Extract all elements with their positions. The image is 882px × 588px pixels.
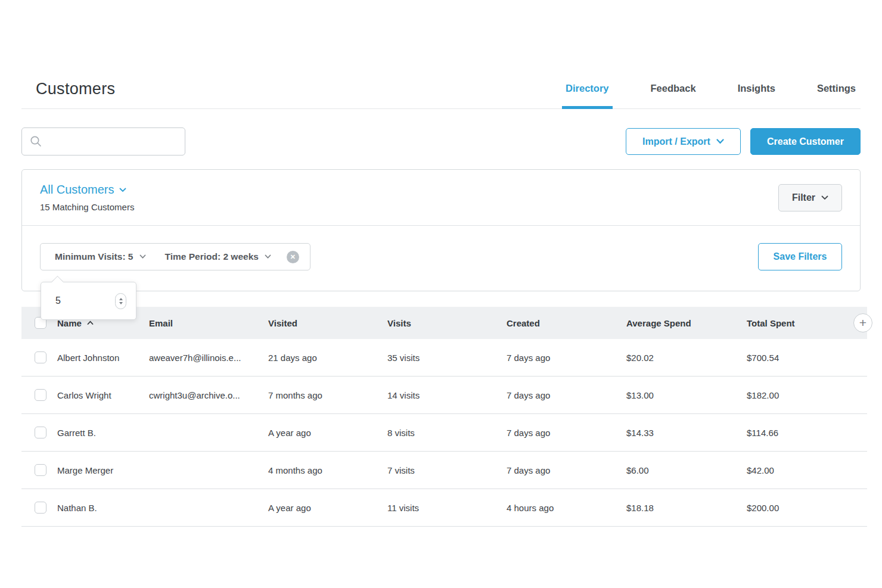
column-header-visits[interactable]: Visits (387, 318, 507, 328)
add-column-icon[interactable]: + (853, 313, 872, 332)
import-export-label: Import / Export (642, 136, 710, 147)
cell-visited: 21 days ago (268, 353, 387, 363)
cell-visited: A year ago (268, 503, 387, 513)
min-visits-filter-label: Minimum Visits: 5 (55, 251, 133, 262)
cell-total-spent: $182.00 (747, 390, 867, 400)
cell-visits: 7 visits (387, 465, 507, 475)
chevron-down-icon (139, 254, 146, 259)
filter-panel: All Customers 15 Matching Customers Filt… (21, 169, 861, 291)
toolbar: Import / Export Create Customer (21, 127, 861, 155)
table-row[interactable]: Nathan B. A year ago 11 visits 4 hours a… (21, 489, 867, 527)
cell-total-spent: $114.66 (747, 428, 867, 438)
chevron-down-icon (265, 254, 271, 259)
search-icon (29, 135, 43, 148)
cell-created: 4 hours ago (507, 503, 626, 513)
cell-email: aweaver7h@illinois.e... (149, 353, 268, 363)
cell-total-spent: $42.00 (747, 465, 867, 475)
row-checkbox[interactable] (35, 389, 46, 401)
clear-filter-icon[interactable]: ✕ (287, 251, 299, 263)
min-visits-filter-chip[interactable]: Minimum Visits: 5 (55, 251, 146, 262)
cell-name: Marge Merger (57, 465, 149, 475)
cell-name: Carlos Wright (57, 390, 149, 400)
cell-visits: 14 visits (387, 390, 507, 400)
segment-block: All Customers 15 Matching Customers (40, 183, 134, 212)
customers-table: + Name Email Visited Visits Created Aver… (21, 307, 867, 527)
table-header-row: Name Email Visited Visits Created Averag… (21, 307, 867, 339)
filter-button-label: Filter (792, 192, 815, 203)
cell-name: Albert Johnston (57, 353, 149, 363)
save-filters-button[interactable]: Save Filters (758, 243, 842, 270)
cell-visits: 11 visits (387, 503, 507, 513)
row-checkbox[interactable] (35, 464, 46, 476)
table-row[interactable]: Marge Merger 4 months ago 7 visits 7 day… (21, 452, 867, 489)
cell-created: 7 days ago (507, 465, 626, 475)
import-export-button[interactable]: Import / Export (626, 128, 741, 155)
chevron-down-icon (821, 195, 828, 200)
cell-visited: A year ago (268, 428, 387, 438)
column-header-total-spent[interactable]: Total Spent (747, 318, 867, 328)
cell-name: Garrett B. (57, 428, 149, 438)
table-row[interactable]: Garrett B. A year ago 8 visits 7 days ag… (21, 414, 867, 452)
row-checkbox[interactable] (35, 351, 46, 363)
row-checkbox[interactable] (35, 427, 46, 438)
cell-visited: 7 months ago (268, 390, 387, 400)
search-field[interactable] (49, 136, 178, 147)
page-header: Customers Directory Feedback Insights Se… (21, 0, 861, 109)
segment-selector[interactable]: All Customers (40, 183, 126, 197)
create-customer-button[interactable]: Create Customer (750, 128, 861, 155)
search-input[interactable] (21, 127, 185, 155)
cell-total-spent: $700.54 (747, 353, 867, 363)
column-header-email[interactable]: Email (149, 318, 268, 328)
tab-insights[interactable]: Insights (734, 83, 779, 109)
cell-total-spent: $200.00 (747, 503, 867, 513)
create-customer-label: Create Customer (767, 136, 844, 147)
tab-feedback[interactable]: Feedback (647, 83, 700, 109)
chevron-down-icon (716, 139, 724, 144)
cell-average-spend: $20.02 (626, 353, 747, 363)
min-visits-value[interactable]: 5 (55, 295, 61, 306)
time-period-filter-label: Time Period: 2 weeks (165, 251, 259, 262)
cell-average-spend: $6.00 (626, 465, 747, 475)
cell-average-spend: $18.18 (626, 503, 747, 513)
chevron-down-icon (119, 188, 126, 192)
matching-count: 15 Matching Customers (40, 202, 134, 212)
page-title: Customers (36, 80, 115, 98)
stepper-up-icon[interactable] (119, 298, 123, 300)
customers-page: Customers Directory Feedback Insights Se… (0, 0, 882, 588)
table-row[interactable]: Albert Johnston aweaver7h@illinois.e... … (21, 339, 867, 377)
min-visits-popover: 5 (41, 282, 136, 320)
cell-created: 7 days ago (507, 353, 626, 363)
tab-directory[interactable]: Directory (562, 83, 612, 109)
table-row[interactable]: Carlos Wright cwright3u@archive.o... 7 m… (21, 377, 867, 414)
tab-bar: Directory Feedback Insights Settings (562, 83, 859, 109)
filter-button[interactable]: Filter (778, 184, 842, 211)
column-header-average-spend[interactable]: Average Spend (626, 318, 747, 328)
stepper-down-icon[interactable] (119, 302, 123, 304)
tab-settings[interactable]: Settings (813, 83, 859, 109)
cell-created: 7 days ago (507, 390, 626, 400)
cell-visited: 4 months ago (268, 465, 387, 475)
segment-label: All Customers (40, 183, 114, 197)
cell-created: 7 days ago (507, 428, 626, 438)
column-header-visited[interactable]: Visited (268, 318, 387, 328)
toolbar-buttons: Import / Export Create Customer (626, 128, 861, 155)
filter-panel-top: All Customers 15 Matching Customers Filt… (22, 170, 860, 225)
quantity-stepper[interactable] (115, 293, 126, 309)
save-filters-label: Save Filters (774, 251, 827, 262)
time-period-filter-chip[interactable]: Time Period: 2 weeks (165, 251, 271, 262)
cell-average-spend: $14.33 (626, 428, 747, 438)
filter-panel-bottom: Minimum Visits: 5 Time Period: 2 weeks (22, 225, 860, 291)
row-checkbox[interactable] (35, 502, 46, 514)
column-header-created[interactable]: Created (507, 318, 626, 328)
cell-visits: 35 visits (387, 353, 507, 363)
cell-visits: 8 visits (387, 428, 507, 438)
cell-name: Nathan B. (57, 503, 149, 513)
cell-average-spend: $13.00 (626, 390, 747, 400)
sort-ascending-icon (87, 321, 94, 325)
cell-email: cwright3u@archive.o... (149, 390, 268, 400)
active-filter-chips: Minimum Visits: 5 Time Period: 2 weeks (40, 243, 310, 270)
